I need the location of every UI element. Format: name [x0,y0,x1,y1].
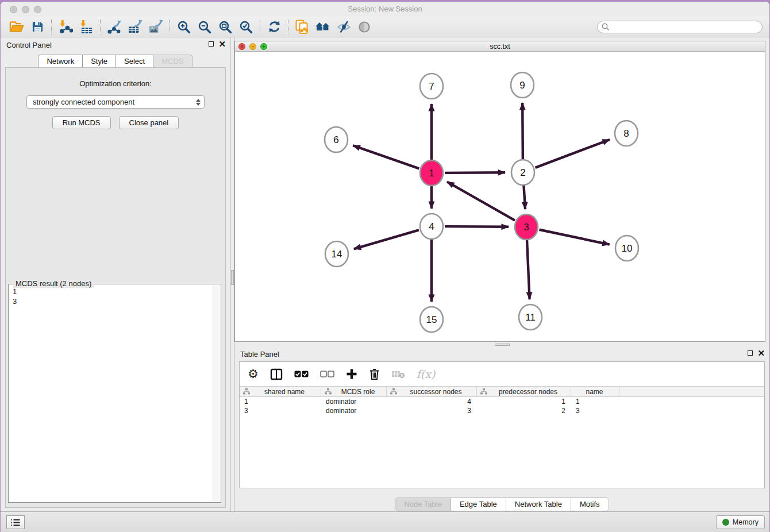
show-graphics-details-button[interactable] [354,18,375,36]
delete-table-icon[interactable] [391,370,405,379]
graph-edge-3-10[interactable] [540,230,610,245]
table-cell[interactable]: 1 [240,397,321,406]
column-header-name[interactable]: name [571,387,619,396]
column-header-predecessor-nodes[interactable]: predecessor nodes [477,387,571,396]
table-tabs: Node Table Edge Table Network Table Moti… [234,498,769,511]
zoom-out-button[interactable] [194,18,215,36]
mcds-result-lines: 1 3 [13,287,211,501]
splitter-grip[interactable] [495,344,510,346]
delete-column-trash-icon[interactable] [369,368,380,380]
graph-edge-3-1[interactable] [447,182,515,220]
tab-edge-table[interactable]: Edge Table [451,498,506,511]
toolbar-separator [260,20,260,34]
export-image-icon [148,20,164,34]
tab-motifs[interactable]: Motifs [571,498,609,511]
memory-button[interactable]: Memory [716,515,765,529]
create-column-plus-icon[interactable] [346,368,357,380]
app-window: Session: New Session [1,2,769,532]
mcds-panel-body: Optimization criterion: strongly connect… [5,67,226,508]
control-panel: Control Panel ✕ Network Style Select MCD… [1,37,230,511]
clone-network-button[interactable] [292,18,313,36]
graph-edge-2-9[interactable] [522,103,523,159]
task-history-button[interactable] [6,515,25,529]
network-graph[interactable]: 7968124314101511 [235,52,766,342]
first-neighbors-button[interactable] [313,18,333,36]
graph-edge-1-2[interactable] [445,172,505,173]
graph-edge-2-8[interactable] [536,140,610,168]
table-cell[interactable]: 1 [571,397,619,406]
zoom-fit-button[interactable] [215,18,236,36]
table-cell[interactable]: dominator [321,397,387,406]
window-title: Session: New Session [1,5,769,13]
graph-edge-4-3[interactable] [445,226,509,227]
zoom-selected-button[interactable] [236,18,256,36]
splitter-grip[interactable] [231,270,234,285]
open-session-button[interactable] [6,18,27,36]
right-region: × − + scc.txt 7968124314101511 Table Pan… [234,37,769,511]
import-table-icon [79,20,94,34]
tab-select[interactable]: Select [116,55,153,68]
vertical-splitter[interactable] [230,37,234,511]
search-field[interactable] [597,21,763,33]
table-settings-gear-icon[interactable]: ⚙ [248,368,259,380]
table-cell[interactable]: 3 [571,406,619,415]
split-pane-icon[interactable] [270,368,283,380]
unselect-all-columns-icon[interactable] [320,371,334,377]
graph-edge-4-14[interactable] [354,230,419,249]
table-row[interactable]: 3 dominator 3 2 3 [240,406,764,415]
refresh-view-button[interactable] [264,18,284,36]
table-cell[interactable]: 2 [477,406,571,415]
graph-edge-1-6[interactable] [353,145,419,168]
save-session-button[interactable] [27,18,48,36]
zoom-in-button[interactable] [174,18,194,36]
close-panel-icon[interactable]: ✕ [218,41,226,47]
graph-node-label: 3 [523,222,529,233]
network-canvas[interactable]: 7968124314101511 [235,52,765,341]
hide-selected-button[interactable] [333,18,354,36]
table-cell[interactable]: 3 [387,406,477,415]
float-panel-icon[interactable] [209,41,214,47]
search-input[interactable] [610,22,762,32]
criterion-dropdown[interactable]: strongly connected component [26,95,205,109]
select-all-columns-icon[interactable] [294,371,309,377]
control-panel-tabs: Network Style Select MCDS [1,55,230,68]
run-mcds-button[interactable]: Run MCDS [52,116,111,129]
export-network-icon [107,20,122,34]
tab-mcds[interactable]: MCDS [153,55,192,68]
close-panel-icon[interactable]: ✕ [757,350,765,356]
tab-network-table[interactable]: Network Table [506,498,571,511]
table-cell[interactable]: 1 [477,397,571,406]
result-scrollbar[interactable] [213,286,220,501]
table-row[interactable]: 1 dominator 4 1 1 [240,397,764,406]
node-table-box: ⚙ [239,361,765,488]
table-cell[interactable]: dominator [321,406,387,415]
import-table-button[interactable] [76,18,97,36]
close-panel-button[interactable]: Close panel [119,116,179,129]
control-panel-header: Control Panel ✕ [1,37,230,52]
status-bar: Memory [1,511,769,532]
export-table-button[interactable] [125,18,145,36]
import-network-button[interactable] [55,18,76,36]
column-label: name [575,388,619,396]
tab-style[interactable]: Style [82,55,116,68]
export-image-button[interactable] [145,18,166,36]
refresh-icon [267,20,282,34]
tab-network[interactable]: Network [38,55,83,68]
mcds-result-box: MCDS result (2 nodes) 1 3 [8,284,221,503]
flag-column-icon [243,388,250,395]
graph-edge-2-3[interactable] [523,186,525,209]
function-builder-icon[interactable]: f(x) [417,368,436,380]
column-header-mcds-role[interactable]: MCDS role [321,387,387,396]
tab-node-table[interactable]: Node Table [395,498,451,511]
import-network-icon [58,20,73,34]
column-header-shared-name[interactable]: shared name [240,387,321,396]
graph-node-label: 7 [429,81,434,92]
table-panel-title: Table Panel [240,350,279,358]
float-panel-icon[interactable] [748,350,753,356]
table-cell[interactable]: 4 [387,397,477,406]
houses-icon [315,21,331,33]
graph-edge-3-11[interactable] [527,240,530,299]
export-network-button[interactable] [104,18,125,36]
table-cell[interactable]: 3 [240,406,321,415]
column-header-successor-nodes[interactable]: successor nodes [387,387,477,396]
